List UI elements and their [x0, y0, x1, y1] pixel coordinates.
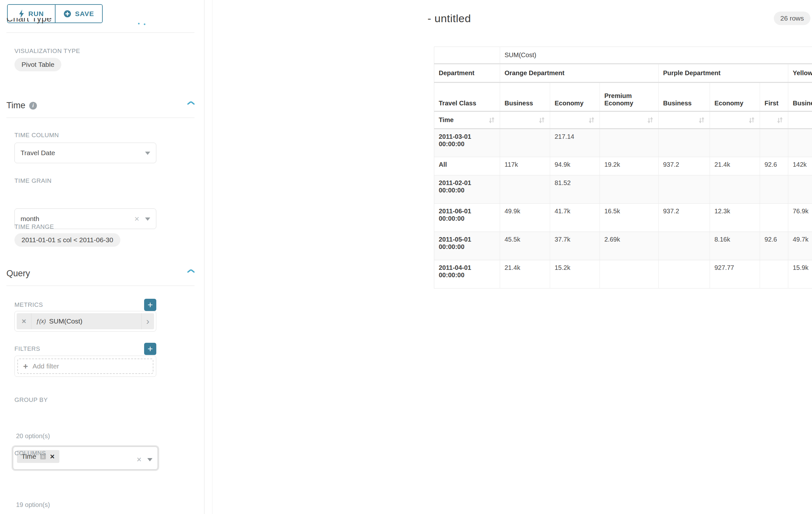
section-divider: [6, 117, 195, 118]
chart-title[interactable]: - untitled: [428, 12, 471, 25]
time-column-select[interactable]: Travel Date: [14, 143, 156, 163]
pivot-cell: 937.2: [659, 157, 710, 175]
pivot-cell: [788, 175, 812, 204]
time-range-label: TIME RANGE: [14, 223, 54, 230]
section-divider: [6, 286, 195, 286]
pivot-row: All117k94.9k19.2k937.221.4k92.6142k106k6…: [434, 157, 812, 175]
remove-tag-icon[interactable]: ✕: [50, 453, 55, 460]
pivot-sort-col[interactable]: [710, 111, 760, 129]
pivot-row-label: 2011-06-01 00:00:00: [434, 204, 500, 232]
sort-icon[interactable]: [488, 117, 495, 124]
pivot-cell: [600, 129, 659, 157]
time-row-label: Time: [439, 116, 454, 124]
clear-x-icon[interactable]: ×: [137, 455, 142, 464]
pivot-cell: 16.5k: [600, 204, 659, 232]
sort-icon[interactable]: [538, 117, 545, 124]
lightning-bolt-icon: [19, 10, 24, 18]
pivot-cell: 94.9k: [550, 157, 600, 175]
pivot-cell: [500, 175, 550, 204]
pivot-col-header: Premium Economy: [600, 83, 659, 111]
pivot-department-label: Department: [434, 64, 500, 83]
time-range-pill[interactable]: 2011-01-01 ≤ col < 2011-06-30: [14, 233, 120, 247]
add-filter-plus-button[interactable]: +: [144, 343, 156, 355]
add-metric-button[interactable]: +: [144, 299, 156, 311]
group-by-label: GROUP BY: [14, 397, 48, 404]
query-section-header[interactable]: Query: [6, 269, 195, 278]
pivot-row-label: 2011-04-01 00:00:00: [434, 260, 500, 289]
filters-label: FILTERS: [14, 345, 40, 352]
remove-metric-icon[interactable]: ×: [17, 313, 31, 329]
pivot-cell: [659, 260, 710, 289]
pivot-table: SUM(Cost)DepartmentOrange DepartmentPurp…: [434, 47, 812, 289]
time-column-label: TIME COLUMN: [14, 132, 59, 139]
visualization-type-pill[interactable]: Pivot Table: [14, 58, 61, 71]
sort-icon[interactable]: [776, 117, 783, 124]
section-divider: [6, 32, 195, 33]
metric-name: SUM(Cost): [49, 317, 83, 325]
chevron-up-icon[interactable]: [187, 104, 195, 108]
pivot-cell: 927.77: [710, 260, 760, 289]
metric-pill[interactable]: × ƒ(x) SUM(Cost) ›: [17, 313, 154, 329]
clear-x-icon[interactable]: ×: [135, 214, 139, 224]
pivot-cell: 8.16k: [710, 232, 760, 260]
chevron-right-icon[interactable]: ›: [141, 313, 154, 329]
sort-icon[interactable]: [647, 117, 654, 124]
pivot-sort-col[interactable]: [788, 111, 812, 129]
pivot-row: 2011-03-01 00:00:00217.14332.21549.35: [434, 129, 812, 157]
pivot-sort-col[interactable]: [550, 111, 600, 129]
pivot-cell: [760, 260, 788, 289]
chart-panel: - untitled 26 rows 00:00:00.18 </> .JSON: [212, 0, 812, 514]
pivot-cell: 37.7k: [550, 232, 600, 260]
pivot-row-label: All: [434, 157, 500, 175]
pivot-row-label: 2011-02-01 00:00:00: [434, 175, 500, 204]
fx-icon: ƒ(x): [36, 318, 46, 325]
time-section-header[interactable]: Time i: [6, 101, 195, 110]
sort-icon[interactable]: [748, 117, 755, 124]
pivot-row: 2011-05-01 00:00:0045.5k37.7k2.69k8.16k9…: [434, 232, 812, 260]
filters-control: + Add filter: [14, 356, 156, 377]
pivot-sort-col[interactable]: [760, 111, 788, 129]
pivot-cell: [659, 175, 710, 204]
pivot-cell: [659, 232, 710, 260]
pivot-row: 2011-06-01 00:00:0049.9k41.7k16.5k937.21…: [434, 204, 812, 232]
pivot-cell: 49.7k: [788, 232, 812, 260]
pivot-col-header: Economy: [710, 83, 760, 111]
pivot-cell: 76.9k: [788, 204, 812, 232]
time-grain-value: month: [21, 215, 39, 223]
pivot-sort-col[interactable]: [500, 111, 550, 129]
caret-down-icon[interactable]: [147, 458, 152, 461]
sort-icon[interactable]: [588, 117, 595, 124]
pivot-cell: 117k: [500, 157, 550, 175]
pivot-cell: 19.2k: [600, 157, 659, 175]
explore-view: RUN SAVE Chart Type VISUALIZATION TYPE P…: [0, 0, 812, 514]
control-panel-sidebar: RUN SAVE Chart Type VISUALIZATION TYPE P…: [0, 0, 204, 514]
pivot-sort-col[interactable]: [600, 111, 659, 129]
add-filter-dropzone[interactable]: + Add filter: [17, 358, 153, 374]
pivot-cell: [760, 129, 788, 157]
chevron-up-icon[interactable]: [187, 272, 195, 276]
caret-down-icon[interactable]: [145, 217, 150, 221]
pivot-group-header: Yellow Department: [788, 64, 812, 83]
pivot-cell: [710, 175, 760, 204]
sort-icon[interactable]: [698, 117, 705, 124]
pivot-col-header: Business: [500, 83, 550, 111]
pivot-cell: [600, 260, 659, 289]
metrics-label: METRICS: [14, 301, 43, 308]
pivot-row: 2011-02-01 00:00:0081.52343.98425.5: [434, 175, 812, 204]
add-filter-placeholder: Add filter: [32, 362, 59, 370]
pivot-cell: 21.4k: [500, 260, 550, 289]
pivot-cell: [659, 129, 710, 157]
pivot-cell: 41.7k: [550, 204, 600, 232]
time-column-value: Travel Date: [21, 149, 55, 157]
query-section-title: Query: [6, 269, 30, 278]
plus-icon: +: [23, 361, 28, 371]
pivot-corner-cell: [434, 47, 500, 64]
pivot-travel-class-label: Travel Class: [434, 83, 500, 111]
pivot-sort-time[interactable]: Time: [434, 111, 500, 129]
caret-down-icon[interactable]: [145, 152, 150, 155]
pivot-cell: 937.2: [659, 204, 710, 232]
pivot-sort-col[interactable]: [659, 111, 710, 129]
save-button-label: SAVE: [75, 10, 94, 18]
pivot-cell: 142k: [788, 157, 812, 175]
group-by-options-hint: 20 option(s): [16, 432, 50, 440]
